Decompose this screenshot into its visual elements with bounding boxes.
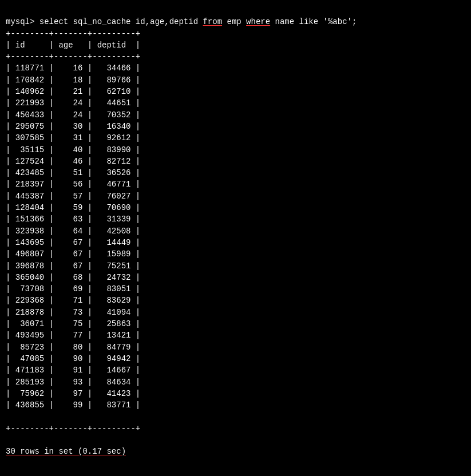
- table-row: | 128404 | 59 | 70690 |: [6, 203, 140, 212]
- command-part1: select sql_no_cache id,age,deptid: [39, 17, 203, 26]
- table-header: | id | age | deptid |: [6, 41, 140, 50]
- separator-header: +--------+-------+---------+: [6, 52, 140, 61]
- where-keyword: where: [246, 17, 270, 26]
- table-row: | 450433 | 24 | 70352 |: [6, 110, 140, 120]
- table-row: | 229368 | 71 | 83629 |: [6, 296, 140, 305]
- table-row: | 423485 | 51 | 36526 |: [6, 168, 140, 177]
- table-row: | 170842 | 18 | 89766 |: [6, 76, 140, 85]
- table-row: | 35115 | 40 | 83990 |: [6, 145, 140, 154]
- table-row: | 218878 | 73 | 41094 |: [6, 308, 140, 317]
- table-row: | 47085 | 90 | 94942 |: [6, 354, 140, 363]
- table-row: | 365040 | 68 | 24732 |: [6, 273, 140, 282]
- table-row: | 85723 | 80 | 84779 |: [6, 343, 140, 352]
- table-row: | 307585 | 31 | 92612 |: [6, 133, 140, 142]
- footer-timing: (0.17 sec): [78, 447, 126, 456]
- table-row: | 436855 | 99 | 83771 |: [6, 400, 140, 410]
- table-row: | 218397 | 56 | 46771 |: [6, 180, 140, 189]
- table-row: | 140962 | 21 | 62710 |: [6, 87, 140, 96]
- table-row: | 493495 | 77 | 13421 |: [6, 331, 140, 340]
- command-part3: name like '%abc';: [270, 17, 357, 26]
- separator-bottom: +--------+-------+---------+: [6, 424, 140, 433]
- prompt: mysql>: [6, 17, 39, 26]
- table-row: | 75962 | 97 | 41423 |: [6, 389, 140, 398]
- table-row: | 295075 | 30 | 16340 |: [6, 122, 140, 131]
- table-row: | 396878 | 67 | 75251 |: [6, 261, 140, 271]
- table-row: | 285193 | 93 | 84634 |: [6, 378, 140, 387]
- table-row: | 221993 | 24 | 44651 |: [6, 98, 140, 108]
- table-row: | 127524 | 46 | 82712 |: [6, 157, 140, 166]
- separator-top: +--------+-------+---------+: [6, 29, 140, 38]
- table-row: | 143695 | 67 | 14449 |: [6, 238, 140, 247]
- table-row: | 118771 | 16 | 34466 |: [6, 64, 140, 73]
- footer-part1: 30 rows in set: [6, 447, 78, 456]
- table-row: | 445387 | 57 | 76027 |: [6, 192, 140, 201]
- terminal-window: mysql> select sql_no_cache id,age,deptid…: [6, 5, 465, 62]
- table-row: | 73708 | 69 | 83051 |: [6, 284, 140, 293]
- table-row: | 151366 | 63 | 31339 |: [6, 215, 140, 224]
- table-footer-section: +--------+-------+---------+ 30 rows in …: [6, 411, 465, 457]
- table-row: | 471183 | 91 | 14667 |: [6, 366, 140, 375]
- from-keyword: from: [203, 17, 222, 26]
- table-row: | 36071 | 75 | 25863 |: [6, 319, 140, 328]
- command-part2: emp: [222, 17, 246, 26]
- table-rows: | 118771 | 16 | 34466 | | 170842 | 18 | …: [6, 62, 465, 411]
- table-row: | 496807 | 67 | 15989 |: [6, 249, 140, 259]
- table-row: | 323938 | 64 | 42508 |: [6, 227, 140, 236]
